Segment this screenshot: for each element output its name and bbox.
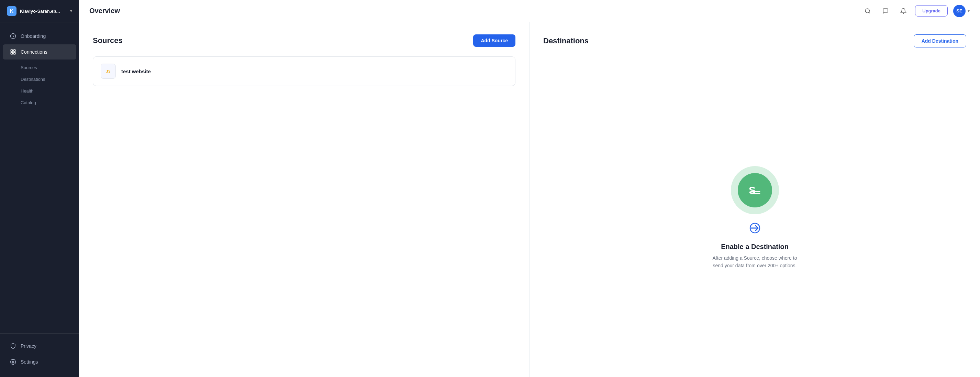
chevron-down-icon: ▾ bbox=[70, 9, 72, 13]
connections-icon bbox=[10, 48, 16, 55]
svg-rect-1 bbox=[11, 50, 13, 51]
source-name: test website bbox=[121, 69, 151, 74]
topbar-actions: Upgrade SE ▾ bbox=[861, 5, 970, 17]
destinations-title: Destinations bbox=[543, 37, 589, 45]
empty-title: Enable a Destination bbox=[721, 243, 789, 251]
avatar[interactable]: SE bbox=[953, 5, 966, 17]
empty-circle-inner: S bbox=[738, 173, 772, 208]
workspace-icon: K bbox=[7, 6, 16, 16]
chat-icon bbox=[882, 8, 889, 14]
avatar-chevron-icon: ▾ bbox=[967, 9, 970, 13]
sidebar-item-onboarding[interactable]: Onboarding bbox=[3, 29, 76, 44]
svg-rect-4 bbox=[14, 53, 16, 54]
add-destination-button[interactable]: Add Destination bbox=[914, 34, 966, 48]
sidebar: K Klaviyo-Sarah.eb... ▾ Onboarding Conne… bbox=[0, 0, 79, 377]
segment-icon: S bbox=[746, 181, 764, 199]
destinations-panel: Destinations Add Destination S bbox=[530, 22, 980, 377]
notifications-button[interactable] bbox=[897, 5, 910, 17]
onboarding-icon bbox=[10, 33, 16, 40]
sidebar-item-sources-label: Sources bbox=[21, 65, 37, 70]
sidebar-item-sources[interactable]: Sources bbox=[3, 62, 76, 73]
svg-point-6 bbox=[865, 9, 870, 13]
sidebar-item-health-label: Health bbox=[21, 88, 34, 94]
add-source-button[interactable]: Add Source bbox=[473, 34, 515, 47]
destinations-empty-state: S Enable a Destination After bbox=[543, 57, 966, 364]
sidebar-bottom: Privacy Settings bbox=[0, 333, 79, 377]
sidebar-item-catalog-label: Catalog bbox=[21, 100, 36, 105]
sidebar-item-catalog[interactable]: Catalog bbox=[3, 97, 76, 109]
sources-panel: Sources Add Source JS test website bbox=[79, 22, 530, 377]
sidebar-item-connections[interactable]: Connections bbox=[3, 45, 76, 59]
workspace-switcher[interactable]: K Klaviyo-Sarah.eb... ▾ bbox=[0, 0, 79, 22]
shield-icon bbox=[10, 343, 16, 350]
arrow-right-icon bbox=[748, 221, 762, 238]
topbar: Overview Upgrade SE ▾ bbox=[79, 0, 980, 22]
workspace-name: Klaviyo-Sarah.eb... bbox=[20, 9, 60, 14]
bell-icon bbox=[900, 8, 907, 14]
content-area: Sources Add Source JS test website Desti… bbox=[79, 22, 980, 377]
sidebar-item-connections-label: Connections bbox=[21, 49, 48, 55]
sources-header: Sources Add Source bbox=[93, 34, 515, 47]
sidebar-item-settings-label: Settings bbox=[21, 359, 38, 364]
svg-point-5 bbox=[13, 361, 14, 363]
sidebar-item-privacy-label: Privacy bbox=[21, 343, 37, 349]
sidebar-item-destinations-label: Destinations bbox=[21, 77, 45, 82]
svg-line-7 bbox=[869, 12, 870, 13]
gear-icon bbox=[10, 358, 16, 365]
sidebar-item-privacy[interactable]: Privacy bbox=[3, 339, 76, 354]
svg-rect-2 bbox=[14, 50, 16, 51]
source-js-icon: JS bbox=[101, 64, 116, 79]
search-icon bbox=[865, 8, 871, 14]
source-card-test-website[interactable]: JS test website bbox=[93, 56, 515, 86]
upgrade-button[interactable]: Upgrade bbox=[915, 5, 948, 16]
sidebar-item-destinations[interactable]: Destinations bbox=[3, 73, 76, 85]
destinations-header: Destinations Add Destination bbox=[543, 34, 966, 48]
sidebar-item-settings[interactable]: Settings bbox=[3, 354, 76, 369]
subnav: Sources Destinations Health Catalog bbox=[0, 60, 79, 112]
empty-desc: After adding a Source, choose where to s… bbox=[710, 254, 800, 270]
search-button[interactable] bbox=[861, 5, 874, 17]
empty-circle-outer: S bbox=[731, 166, 779, 214]
chat-button[interactable] bbox=[879, 5, 892, 17]
sidebar-item-health[interactable]: Health bbox=[3, 85, 76, 97]
source-icon-text: JS bbox=[106, 69, 110, 73]
avatar-menu[interactable]: SE ▾ bbox=[953, 5, 970, 17]
main-area: Overview Upgrade SE ▾ Sources Add Source bbox=[79, 0, 980, 377]
sources-title: Sources bbox=[93, 36, 123, 45]
svg-rect-3 bbox=[11, 53, 13, 54]
sidebar-nav: Onboarding Connections Sources Destinati… bbox=[0, 22, 79, 333]
sidebar-item-onboarding-label: Onboarding bbox=[21, 34, 46, 39]
page-title: Overview bbox=[89, 7, 120, 15]
